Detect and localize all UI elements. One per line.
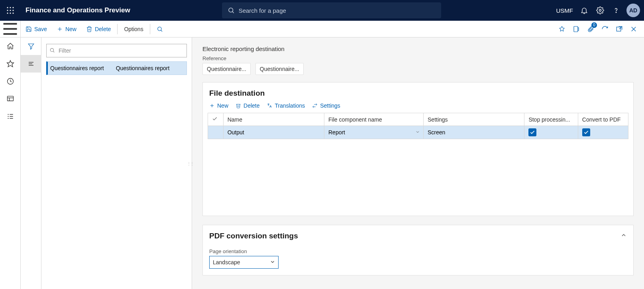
- col-pdf[interactable]: Convert to PDF: [578, 113, 628, 126]
- office-addin-icon[interactable]: [569, 21, 583, 37]
- fd-delete-button[interactable]: Delete: [236, 102, 259, 109]
- svg-rect-27: [8, 96, 14, 101]
- top-navbar: Finance and Operations Preview USMF AD: [0, 0, 644, 21]
- app-title: Finance and Operations Preview: [21, 6, 130, 14]
- checkbox-checked-icon[interactable]: [582, 128, 590, 136]
- svg-point-9: [229, 8, 233, 12]
- page-orientation-select[interactable]: Landscape: [209, 256, 279, 269]
- checkbox-checked-icon[interactable]: [528, 128, 536, 136]
- settings-icon[interactable]: [592, 0, 608, 21]
- col-name[interactable]: Name: [223, 113, 324, 126]
- page-orientation-label: Page orientation: [203, 245, 633, 256]
- check-icon: [212, 116, 218, 122]
- plus-icon: [209, 103, 215, 108]
- attachments-icon[interactable]: 0: [583, 21, 598, 37]
- col-stop[interactable]: Stop processin...: [524, 113, 578, 126]
- svg-point-11: [599, 10, 601, 12]
- svg-point-2: [12, 7, 14, 8]
- svg-point-40: [50, 48, 53, 51]
- svg-point-4: [10, 10, 11, 11]
- splitter-handle[interactable]: ⋮⋮: [187, 161, 193, 165]
- close-icon[interactable]: [626, 21, 641, 37]
- nav-home-icon[interactable]: [0, 37, 21, 55]
- reference-value-1[interactable]: Questionnaire...: [202, 63, 251, 75]
- svg-point-12: [616, 12, 616, 12]
- page-title: Electronic reporting destination: [202, 45, 634, 52]
- col-select[interactable]: [208, 113, 224, 126]
- file-destination-grid: Name File component name Settings Stop p…: [208, 113, 628, 139]
- fd-new-button[interactable]: New: [209, 102, 228, 109]
- delete-button[interactable]: Delete: [81, 21, 116, 37]
- search-input[interactable]: [239, 7, 436, 14]
- chevron-up-icon: [620, 232, 627, 238]
- col-settings[interactable]: Settings: [424, 113, 524, 126]
- save-button[interactable]: Save: [21, 21, 52, 37]
- list-item[interactable]: Questionnaires report Questionnaires rep…: [46, 61, 187, 75]
- table-row[interactable]: Output Report Screen: [208, 126, 628, 139]
- svg-line-19: [161, 30, 162, 31]
- row-select[interactable]: [208, 126, 224, 139]
- list-pane: Questionnaires report Questionnaires rep…: [41, 37, 192, 289]
- options-button[interactable]: Options: [119, 21, 148, 37]
- list-filter-input[interactable]: [46, 44, 187, 57]
- notifications-icon[interactable]: [576, 0, 592, 21]
- swap-icon: [312, 103, 318, 108]
- svg-point-3: [7, 10, 8, 11]
- attachment-badge: 0: [591, 22, 597, 28]
- popout-icon[interactable]: [612, 21, 626, 37]
- nav-modules-icon[interactable]: [0, 108, 21, 125]
- svg-point-1: [10, 7, 11, 8]
- svg-point-18: [157, 27, 161, 30]
- list-item-col2: Questionnaires report: [116, 65, 170, 71]
- svg-point-6: [7, 12, 8, 14]
- svg-rect-21: [617, 27, 621, 31]
- list-side-panel: [21, 37, 41, 289]
- svg-point-5: [12, 10, 14, 11]
- refresh-icon[interactable]: [598, 21, 612, 37]
- fd-translations-button[interactable]: Translations: [267, 102, 305, 109]
- left-nav: [0, 37, 21, 289]
- action-bar: Save New Delete Options 0: [0, 21, 644, 37]
- reference-value-2[interactable]: Questionnaire...: [255, 63, 304, 75]
- svg-marker-36: [28, 44, 34, 49]
- list-item-col1: Questionnaires report: [50, 65, 104, 71]
- file-destination-card: File destination New Delete Translations: [202, 82, 634, 216]
- new-label: New: [65, 26, 77, 32]
- pdf-settings-card: PDF conversion settings Page orientation…: [202, 225, 634, 275]
- nav-workspaces-icon[interactable]: [0, 90, 21, 108]
- global-search[interactable]: [222, 2, 441, 18]
- file-destination-title: File destination: [209, 89, 265, 98]
- chevron-down-icon[interactable]: [415, 129, 420, 136]
- list-view-icon[interactable]: [21, 55, 41, 73]
- save-label: Save: [34, 26, 47, 32]
- fd-settings-button[interactable]: Settings: [312, 102, 340, 109]
- translate-icon: [267, 103, 272, 108]
- nav-toggle-icon[interactable]: [0, 21, 21, 37]
- cell-name[interactable]: Output: [223, 126, 324, 139]
- app-launcher-icon[interactable]: [0, 0, 21, 21]
- col-file-component[interactable]: File component name: [324, 113, 423, 126]
- nav-recent-icon[interactable]: [0, 73, 21, 90]
- options-label: Options: [124, 26, 143, 32]
- svg-line-41: [53, 51, 54, 52]
- delete-label: Delete: [95, 26, 111, 32]
- plus-icon: [57, 26, 63, 32]
- cell-pdf[interactable]: [578, 126, 628, 139]
- avatar[interactable]: AD: [626, 4, 640, 17]
- search-icon: [157, 26, 163, 32]
- svg-point-8: [12, 12, 14, 14]
- funnel-filter-icon[interactable]: [21, 37, 41, 55]
- new-button[interactable]: New: [52, 21, 81, 37]
- cell-stop[interactable]: [524, 126, 578, 139]
- related-info-icon[interactable]: [555, 21, 569, 37]
- nav-favorites-icon[interactable]: [0, 55, 21, 73]
- save-icon: [26, 26, 32, 32]
- cell-settings[interactable]: Screen: [424, 126, 524, 139]
- svg-point-0: [7, 7, 8, 8]
- help-icon[interactable]: [608, 0, 624, 21]
- collapse-toggle[interactable]: [620, 232, 627, 240]
- cell-file-component[interactable]: Report: [324, 126, 423, 139]
- legal-entity[interactable]: USMF: [556, 7, 573, 14]
- find-button[interactable]: [152, 21, 168, 37]
- svg-marker-25: [7, 61, 14, 67]
